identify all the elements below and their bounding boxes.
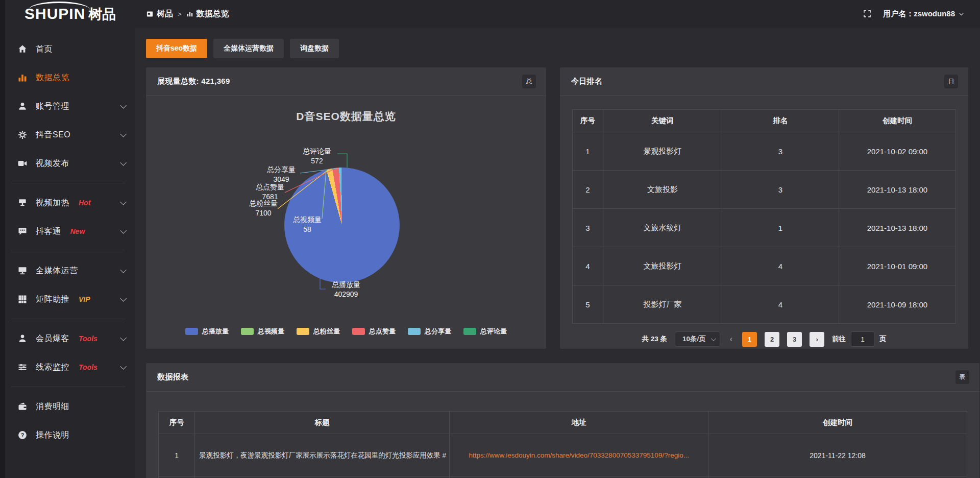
sidebar-divider [11, 183, 126, 183]
table-row[interactable]: 1 景观投影灯，夜游景观投影灯厂家展示展示落花灯在花园里的灯光投影应用效果 # … [159, 434, 967, 477]
impressions-total: 展现量总数: 421,369 [157, 77, 230, 86]
collapsed-rail [0, 0, 5, 478]
sidebar-divider [11, 319, 126, 319]
chat-bubble-icon [17, 226, 28, 236]
main-content: 抖音seo数据 全媒体运营数据 询盘数据 展现量总数: 421,369 总 D音… [135, 28, 980, 478]
user-menu[interactable]: 用户名：zswodun88 [883, 9, 965, 19]
chevron-down-icon [120, 199, 127, 205]
wallet-icon [17, 401, 28, 412]
vip-badge: VIP [79, 295, 90, 303]
chevron-down-icon [120, 363, 127, 370]
logo-text-cn: 树品 [88, 8, 116, 21]
legend-swatch [408, 328, 421, 335]
sidebar-item-video-heat[interactable]: 视频加热 Hot [0, 188, 135, 217]
page-button-2[interactable]: 2 [765, 332, 779, 347]
monitor-icon [17, 266, 28, 276]
table-header-row: 序号标题地址创建时间 [159, 412, 967, 434]
today-ranking-panel: 今日排名 日 序号关键词排名创建时间 1景观投影灯32021-10-02 09:… [560, 67, 968, 349]
sidebar-item-matrix-boost[interactable]: 矩阵助推 VIP [0, 285, 135, 314]
sidebar-item-douyin-seo[interactable]: 抖音SEO [0, 121, 135, 149]
page-size-select[interactable]: 10条/页 [675, 331, 720, 347]
pie-label-videos: 总视频量 58 [279, 215, 335, 234]
tools-badge: Tools [79, 334, 97, 343]
app-icon [146, 10, 154, 18]
sidebar-item-home[interactable]: 首页 [0, 35, 135, 63]
sidebar-item-data-overview[interactable]: 数据总览 [0, 63, 135, 92]
grid-icon [17, 294, 28, 304]
next-page-button[interactable]: › [810, 332, 824, 347]
sidebar-item-doketong[interactable]: 抖客通 New [0, 217, 135, 246]
tools-badge: Tools [79, 363, 97, 371]
table-row[interactable]: 3文旅水纹灯12021-10-13 18:00 [573, 209, 956, 247]
table-row[interactable]: 2文旅投影32021-10-13 18:00 [573, 171, 956, 209]
ranking-table: 序号关键词排名创建时间 1景观投影灯32021-10-02 09:00 2文旅投… [572, 109, 956, 324]
sidebar-divider [11, 251, 126, 251]
sidebar-item-help[interactable]: ? 操作说明 [0, 421, 135, 449]
gear-icon [17, 130, 28, 140]
report-table: 序号标题地址创建时间 1 景观投影灯，夜游景观投影灯厂家展示展示落花灯在花园里的… [158, 411, 967, 478]
page-button-3[interactable]: 3 [787, 332, 802, 347]
sidebar-item-lead-monitor[interactable]: 线索监控 Tools [0, 353, 135, 381]
bar-chart-icon [186, 10, 193, 17]
report-row-link[interactable]: https://www.iesdouyin.com/share/video/70… [450, 434, 708, 477]
breadcrumb: 树品 > 数据总览 [146, 9, 229, 19]
breadcrumb-separator: > [178, 10, 182, 18]
chevron-down-icon [120, 159, 127, 166]
video-camera-icon [17, 158, 28, 169]
table-row[interactable]: 1景观投影灯32021-10-02 09:00 [573, 132, 956, 171]
chevron-down-icon [711, 336, 716, 341]
seo-chart-panel: 展现量总数: 421,369 总 D音SEO数据量总览 总评论量 572 [146, 67, 546, 349]
chart-legend: 总播放量 总视频量 总粉丝量 总点赞量 总分享量 总评论量 [146, 327, 546, 336]
pie-label-comments: 总评论量 572 [289, 147, 345, 166]
question-circle-icon: ? [17, 430, 28, 440]
legend-item-comments[interactable]: 总评论量 [463, 327, 507, 336]
person-icon [17, 333, 28, 344]
legend-item-fans[interactable]: 总粉丝量 [297, 327, 340, 336]
legend-item-videos[interactable]: 总视频量 [241, 327, 284, 336]
sidebar-item-account[interactable]: 账号管理 [0, 92, 135, 121]
legend-item-likes[interactable]: 总点赞量 [352, 327, 396, 336]
legend-swatch [185, 328, 198, 335]
table-badge-button[interactable]: 表 [955, 370, 969, 384]
day-badge-button[interactable]: 日 [944, 75, 958, 88]
tab-omnimedia-data[interactable]: 全媒体运营数据 [213, 39, 284, 58]
user-icon [17, 101, 28, 111]
sidebar-item-spend-detail[interactable]: 消费明细 [0, 392, 135, 421]
goto-page-input[interactable] [851, 331, 874, 347]
sliders-icon [17, 362, 28, 372]
top-bar: SHUPIN 树品 树品 > 数据总览 用户名：zswodun88 [0, 0, 980, 28]
chevron-down-icon [120, 295, 127, 302]
table-row[interactable]: 5投影灯厂家42021-10-09 18:00 [573, 285, 956, 324]
breadcrumb-page[interactable]: 数据总览 [186, 9, 229, 19]
total-badge-button[interactable]: 总 [522, 75, 536, 88]
data-tabs: 抖音seo数据 全媒体运营数据 询盘数据 [146, 39, 968, 58]
legend-swatch [352, 328, 365, 335]
tab-douyin-seo-data[interactable]: 抖音seo数据 [146, 39, 207, 58]
sidebar: 首页 数据总览 账号管理 抖音SEO 视频发布 视频加热 Hot 抖客通 New… [0, 28, 135, 478]
sidebar-item-video-publish[interactable]: 视频发布 [0, 149, 135, 178]
pie-chart-area: D音SEO数据量总览 总评论量 572 总分享量 3049 [146, 96, 546, 348]
table-row[interactable]: 4文旅投影灯42021-10-01 09:00 [573, 247, 956, 285]
chevron-down-icon [958, 11, 965, 17]
chevron-down-icon [120, 227, 127, 234]
prev-page-button[interactable]: ‹ [728, 334, 734, 344]
fullscreen-icon[interactable] [863, 9, 872, 18]
chevron-down-icon [120, 267, 127, 273]
report-title: 数据报表 [157, 372, 188, 382]
page-button-1[interactable]: 1 [742, 332, 757, 347]
home-icon [17, 44, 28, 54]
sidebar-item-member-burst[interactable]: 会员爆客 Tools [0, 324, 135, 353]
legend-item-shares[interactable]: 总分享量 [408, 327, 451, 336]
chevron-down-icon [120, 102, 127, 109]
chevron-down-icon [120, 334, 127, 341]
sidebar-divider [11, 387, 126, 387]
legend-item-plays[interactable]: 总播放量 [185, 327, 229, 336]
screen-heat-icon [17, 198, 28, 208]
total-count: 共 23 条 [642, 334, 667, 344]
sidebar-item-omnimedia[interactable]: 全媒体运营 [0, 256, 135, 285]
bar-chart-icon [17, 73, 28, 83]
breadcrumb-app[interactable]: 树品 [146, 9, 173, 19]
logo[interactable]: SHUPIN 树品 [0, 0, 135, 28]
report-row-title: 景观投影灯，夜游景观投影灯厂家展示展示落花灯在花园里的灯光投影应用效果 # [195, 434, 450, 477]
tab-inquiry-data[interactable]: 询盘数据 [290, 39, 339, 58]
